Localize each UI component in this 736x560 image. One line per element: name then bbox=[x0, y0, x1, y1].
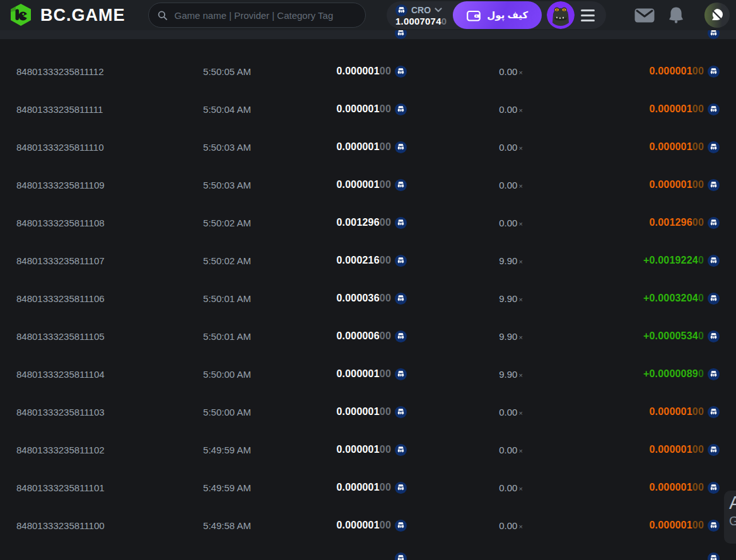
hamburger-icon bbox=[581, 9, 595, 11]
bet-multiplier: 0.00× bbox=[407, 445, 615, 455]
avatar[interactable] bbox=[547, 1, 575, 29]
currency-balance: 1.00070740 bbox=[395, 16, 447, 26]
bet-payout-cell: 0.00000100 bbox=[615, 141, 720, 153]
cro-coin-icon bbox=[708, 406, 720, 418]
bet-amount: 0.00003600 bbox=[336, 293, 391, 304]
bet-time: 5:50:00 AM bbox=[189, 369, 265, 380]
brand-logo[interactable]: BC.GAME bbox=[9, 3, 126, 27]
bet-payout: +0.00000890 bbox=[643, 368, 704, 380]
bet-payout: 0.00129600 bbox=[649, 217, 704, 228]
table-gap bbox=[0, 39, 736, 52]
cro-coin-icon bbox=[708, 444, 720, 456]
chat-bubble-slash-icon bbox=[710, 8, 724, 22]
bet-payout-cell: 0.00000100 bbox=[615, 444, 720, 456]
bet-multiplier: 9.90× bbox=[407, 255, 615, 266]
cro-coin-icon bbox=[395, 141, 407, 153]
bet-table-row[interactable]: 84801333235811102 5:49:59 AM 0.00000100 … bbox=[0, 431, 736, 469]
bet-payout: +0.00005340 bbox=[643, 330, 704, 342]
partial-row-below bbox=[0, 544, 736, 560]
bet-id: 84801333235811103 bbox=[16, 407, 189, 417]
bet-id: 84801333235811100 bbox=[16, 520, 189, 531]
cro-coin-icon bbox=[395, 520, 407, 532]
bet-table-row[interactable]: 84801333235811107 5:50:02 AM 0.00021600 … bbox=[0, 242, 736, 279]
bet-payout-cell: +0.00192240 bbox=[615, 255, 720, 267]
bet-amount: 0.00000100 bbox=[336, 368, 391, 380]
bet-table-row[interactable]: 84801333235811109 5:50:03 AM 0.00000100 … bbox=[0, 166, 736, 204]
bet-id: 84801333235811105 bbox=[16, 331, 189, 342]
partial-coin-payout bbox=[708, 552, 720, 560]
cro-coin-icon bbox=[395, 103, 407, 115]
bet-payout: +0.00032040 bbox=[643, 293, 704, 304]
bet-amount-cell: 0.00000100 bbox=[265, 103, 407, 115]
bet-payout-cell: 0.00000100 bbox=[615, 406, 720, 418]
search-input[interactable] bbox=[173, 9, 356, 21]
cro-coin-icon bbox=[708, 66, 720, 78]
cro-coin-icon bbox=[708, 255, 720, 267]
clipped-right-panel: A G bbox=[724, 491, 736, 544]
bet-multiplier: 0.00× bbox=[407, 142, 615, 153]
bet-id: 84801333235811101 bbox=[16, 482, 189, 493]
bet-amount: 0.00000100 bbox=[336, 103, 391, 115]
chevron-down-icon bbox=[435, 8, 442, 13]
bet-multiplier: 0.00× bbox=[407, 407, 615, 417]
cro-coin-icon bbox=[708, 217, 720, 229]
bet-payout-cell: 0.00000100 bbox=[615, 179, 720, 191]
bet-amount-cell: 0.00000600 bbox=[265, 330, 407, 342]
bet-table-row[interactable]: 84801333235811110 5:50:03 AM 0.00000100 … bbox=[0, 128, 736, 166]
bet-table-row[interactable]: 84801333235811103 5:50:00 AM 0.00000100 … bbox=[0, 393, 736, 431]
mail-button[interactable] bbox=[632, 0, 657, 30]
bet-payout: 0.00000100 bbox=[649, 520, 704, 531]
bet-amount-cell: 0.00000100 bbox=[265, 66, 407, 78]
bet-multiplier: 0.00× bbox=[407, 218, 615, 228]
bell-icon bbox=[668, 6, 684, 24]
bet-table-row[interactable]: 84801333235811105 5:50:01 AM 0.00000600 … bbox=[0, 317, 736, 355]
cro-coin-icon bbox=[708, 179, 720, 191]
bets-table: 84801333235811112 5:50:05 AM 0.00000100 … bbox=[0, 30, 736, 560]
bet-time: 5:50:04 AM bbox=[189, 104, 265, 115]
top-nav: BC.GAME CRO 1.0007 bbox=[0, 0, 736, 30]
bet-amount: 0.00000100 bbox=[336, 444, 391, 455]
bet-amount-cell: 0.00000100 bbox=[265, 179, 407, 191]
wallet-deposit-button[interactable]: کیف پول bbox=[453, 1, 542, 29]
cro-coin-icon bbox=[708, 293, 720, 305]
bet-payout-cell: 0.00000100 bbox=[615, 520, 720, 532]
cro-coin-icon bbox=[708, 520, 720, 532]
bet-multiplier: 0.00× bbox=[407, 66, 615, 77]
bet-multiplier: 0.00× bbox=[407, 520, 615, 531]
bet-payout: 0.00000100 bbox=[649, 406, 704, 417]
bet-table-row[interactable]: 84801333235811106 5:50:01 AM 0.00003600 … bbox=[0, 279, 736, 317]
bet-amount: 0.00000100 bbox=[336, 141, 391, 153]
notifications-button[interactable] bbox=[663, 0, 689, 30]
bet-amount-cell: 0.00000100 bbox=[265, 520, 407, 532]
bet-table-row[interactable]: 84801333235811100 5:49:58 AM 0.00000100 … bbox=[0, 506, 736, 544]
bet-amount-cell: 0.00000100 bbox=[265, 482, 407, 494]
bet-table-row[interactable]: 84801333235811101 5:49:59 AM 0.00000100 … bbox=[0, 469, 736, 506]
bet-amount: 0.00129600 bbox=[336, 217, 391, 228]
bet-payout: 0.00000100 bbox=[649, 141, 704, 153]
cro-coin-icon bbox=[395, 330, 407, 342]
bet-amount: 0.00000100 bbox=[336, 406, 391, 417]
bet-table-row[interactable]: 84801333235811112 5:50:05 AM 0.00000100 … bbox=[0, 52, 736, 90]
bet-table-row[interactable]: 84801333235811108 5:50:02 AM 0.00129600 … bbox=[0, 204, 736, 242]
cro-coin-icon bbox=[708, 368, 720, 380]
bet-id: 84801333235811109 bbox=[16, 180, 189, 190]
cro-coin-icon bbox=[395, 4, 407, 16]
bet-table-row[interactable]: 84801333235811104 5:50:00 AM 0.00000100 … bbox=[0, 355, 736, 393]
currency-selector[interactable]: CRO 1.00070740 bbox=[387, 4, 453, 26]
chat-toggle-button[interactable] bbox=[704, 3, 730, 28]
search-icon bbox=[158, 10, 167, 21]
bet-payout-cell: +0.00005340 bbox=[615, 330, 720, 342]
cro-coin-icon bbox=[395, 406, 407, 418]
bet-multiplier: 0.00× bbox=[407, 180, 615, 190]
search-bar[interactable] bbox=[148, 3, 366, 28]
cro-coin-icon bbox=[708, 30, 720, 39]
menu-button[interactable] bbox=[575, 9, 606, 21]
bet-time: 5:49:59 AM bbox=[189, 445, 265, 455]
bet-id: 84801333235811112 bbox=[16, 66, 189, 77]
bet-payout-cell: 0.00000100 bbox=[615, 103, 720, 115]
cro-coin-icon bbox=[395, 217, 407, 229]
cro-coin-icon bbox=[708, 482, 720, 494]
bc-logo-icon bbox=[9, 3, 33, 27]
bet-table-row[interactable]: 84801333235811111 5:50:04 AM 0.00000100 … bbox=[0, 90, 736, 128]
bet-time: 5:50:02 AM bbox=[189, 218, 265, 228]
